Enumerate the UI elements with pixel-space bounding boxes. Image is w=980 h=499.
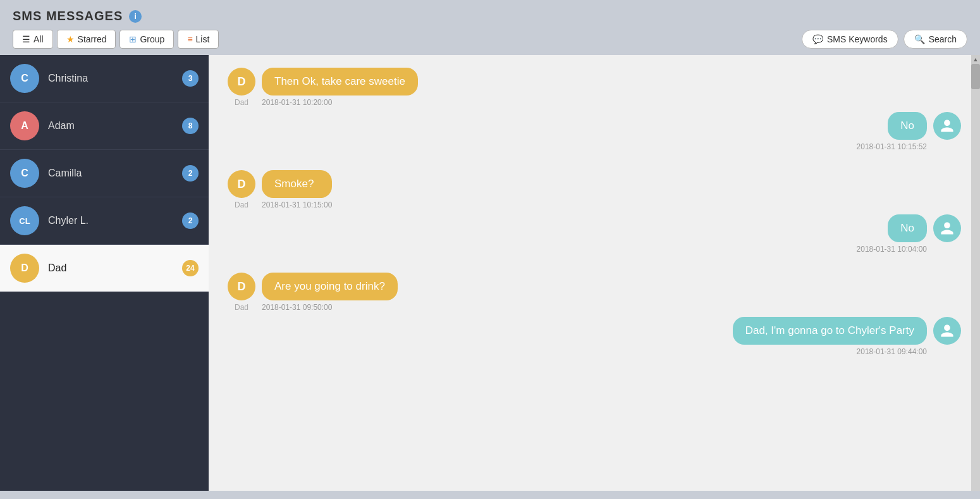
msg-avatar-1: D xyxy=(228,68,255,95)
tab-starred-label: Starred xyxy=(78,34,107,44)
info-icon[interactable]: i xyxy=(129,10,142,23)
msg-meta-2: No 2018-01-31 10:15:52 xyxy=(857,112,927,151)
message-row-2: No 2018-01-31 10:15:52 xyxy=(228,112,961,151)
chat-scroll[interactable]: D Dad Then Ok, take care sweetie 2018-01… xyxy=(209,55,980,491)
contact-name-chyler: Chyler L. xyxy=(48,215,182,226)
msg-meta-4: No 2018-01-31 10:04:00 xyxy=(857,214,927,254)
message-row-3: D Dad Smoke? 2018-01-31 10:15:00 xyxy=(228,170,961,209)
msg-content-5: Are you going to drink? 2018-01-31 09:50… xyxy=(262,273,398,312)
avatar-dad: D xyxy=(10,254,39,283)
msg-bubble-2: No xyxy=(888,112,927,140)
list-icon xyxy=(187,34,192,44)
contact-name-camilla: Camilla xyxy=(48,168,182,179)
contact-name-christina: Christina xyxy=(48,73,182,84)
msg-time-6: 2018-01-31 09:44:00 xyxy=(857,347,927,356)
msg-avatar-3: D xyxy=(228,170,255,198)
tab-bar: All Starred Group List 💬 SMS Keywords 🔍 … xyxy=(0,23,980,55)
avatar-christina: C xyxy=(10,64,39,93)
msg-content-1: Then Ok, take care sweetie 2018-01-31 10… xyxy=(262,68,418,107)
contact-name-dad: Dad xyxy=(48,262,182,274)
tab-group[interactable]: Group xyxy=(119,30,174,49)
search-label: Search xyxy=(929,34,957,44)
avatar-adam: A xyxy=(10,111,39,140)
menu-icon xyxy=(22,34,30,44)
contact-item-dad[interactable]: D Dad 24 xyxy=(0,245,209,292)
msg-time-5: 2018-01-31 09:50:00 xyxy=(262,303,398,312)
msg-bubble-3: Smoke? xyxy=(262,170,332,198)
contact-item-christina[interactable]: C Christina 3 xyxy=(0,55,209,102)
msg-sender-5: Dad xyxy=(228,303,255,312)
tab-all-label: All xyxy=(34,34,44,44)
msg-time-3: 2018-01-31 10:15:00 xyxy=(262,200,332,209)
tab-all[interactable]: All xyxy=(13,30,53,49)
sms-keywords-label: SMS Keywords xyxy=(827,34,888,44)
badge-christina: 3 xyxy=(182,70,199,87)
chat-icon: 💬 xyxy=(812,34,823,44)
msg-content-3: Smoke? 2018-01-31 10:15:00 xyxy=(262,170,332,209)
msg-bubble-5: Are you going to drink? xyxy=(262,273,398,300)
msg-bubble-4: No xyxy=(888,214,927,242)
avatar-camilla: C xyxy=(10,159,39,188)
msg-time-4: 2018-01-31 10:04:00 xyxy=(857,245,927,254)
scrollbar-thumb[interactable] xyxy=(971,64,980,89)
user-avatar-2 xyxy=(933,112,961,140)
user-icon-6 xyxy=(940,323,955,338)
badge-dad: 24 xyxy=(182,260,199,276)
scroll-up-button[interactable]: ▲ xyxy=(971,55,980,64)
star-icon xyxy=(66,34,75,44)
app-header: SMS MESSAGES i xyxy=(0,0,980,23)
msg-avatar-5: D xyxy=(228,273,255,300)
badge-adam: 8 xyxy=(182,118,199,134)
search-icon: 🔍 xyxy=(914,34,925,44)
tab-list[interactable]: List xyxy=(178,30,219,49)
contact-item-adam[interactable]: A Adam 8 xyxy=(0,102,209,150)
chat-area: ▲ D Dad Then Ok, take care sweetie 2018-… xyxy=(209,55,980,491)
contact-item-camilla[interactable]: C Camilla 2 xyxy=(0,150,209,197)
avatar-chyler: CL xyxy=(10,206,39,235)
msg-sender-1: Dad xyxy=(228,98,255,107)
app-title: SMS MESSAGES xyxy=(13,9,123,23)
grid-icon xyxy=(129,34,137,44)
msg-bubble-1: Then Ok, take care sweetie xyxy=(262,68,418,95)
sms-keywords-button[interactable]: 💬 SMS Keywords xyxy=(802,30,898,49)
header-actions: 💬 SMS Keywords 🔍 Search xyxy=(802,30,967,49)
contact-name-adam: Adam xyxy=(48,120,182,132)
badge-chyler: 2 xyxy=(182,213,199,229)
msg-bubble-6: Dad, I'm gonna go to Chyler's Party xyxy=(733,317,927,345)
msg-time-2: 2018-01-31 10:15:52 xyxy=(857,142,927,151)
main-content: C Christina 3 A Adam 8 C Camilla 2 CL Ch… xyxy=(0,55,980,491)
badge-camilla: 2 xyxy=(182,165,199,182)
user-avatar-6 xyxy=(933,317,961,345)
contact-item-chyler[interactable]: CL Chyler L. 2 xyxy=(0,197,209,245)
user-icon-4 xyxy=(940,221,955,236)
sidebar: C Christina 3 A Adam 8 C Camilla 2 CL Ch… xyxy=(0,55,209,491)
user-icon-2 xyxy=(940,118,955,133)
tab-starred[interactable]: Starred xyxy=(57,30,116,49)
message-row-1: D Dad Then Ok, take care sweetie 2018-01… xyxy=(228,68,961,107)
tab-list-label: List xyxy=(196,34,210,44)
msg-sender-3: Dad xyxy=(228,200,255,209)
search-button[interactable]: 🔍 Search xyxy=(903,30,967,49)
tab-group-label: Group xyxy=(140,34,164,44)
msg-time-1: 2018-01-31 10:20:00 xyxy=(262,98,418,107)
scrollbar-track[interactable]: ▲ xyxy=(971,55,980,491)
user-avatar-4 xyxy=(933,214,961,242)
message-row-5: D Dad Are you going to drink? 2018-01-31… xyxy=(228,273,961,312)
msg-meta-6: Dad, I'm gonna go to Chyler's Party 2018… xyxy=(733,317,927,356)
message-row-4: No 2018-01-31 10:04:00 xyxy=(228,214,961,254)
message-row-6: Dad, I'm gonna go to Chyler's Party 2018… xyxy=(228,317,961,356)
